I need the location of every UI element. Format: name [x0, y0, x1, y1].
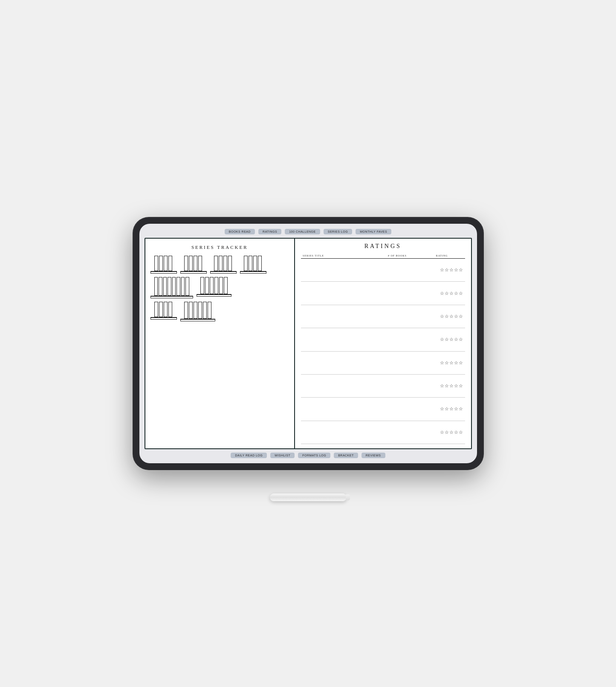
col-header-series: SERIES TITLE	[301, 253, 386, 259]
book	[189, 302, 193, 319]
table-row: ☆☆☆☆☆	[301, 328, 465, 351]
shelf-base	[240, 271, 266, 274]
book	[159, 302, 163, 317]
book	[168, 256, 172, 271]
book	[172, 277, 176, 296]
books-count-cell	[386, 351, 419, 374]
left-panel: SERIES TRACKER	[145, 239, 295, 448]
book	[194, 256, 197, 271]
book	[185, 277, 189, 296]
book	[198, 256, 202, 271]
scene: BOOKS READ RATINGS 100 CHALLENGE SERIES …	[125, 207, 492, 480]
books-count-cell	[386, 259, 419, 282]
book	[168, 302, 172, 317]
book	[208, 302, 211, 319]
bookshelf-1	[150, 256, 177, 274]
nav-btn-series-log[interactable]: SERIES LOG	[324, 229, 352, 234]
book	[214, 277, 218, 294]
book	[163, 277, 167, 296]
table-row: ☆☆☆☆☆	[301, 398, 465, 421]
nav-btn-reviews[interactable]: REVIEWS	[362, 453, 385, 458]
books-count-cell	[386, 398, 419, 421]
book	[159, 277, 162, 296]
book	[181, 277, 185, 296]
book	[219, 256, 223, 271]
stars-cell: ☆☆☆☆☆	[419, 305, 465, 328]
book	[200, 277, 204, 294]
books-1	[153, 256, 175, 271]
stars-cell: ☆☆☆☆☆	[419, 282, 465, 305]
nav-btn-formats-log[interactable]: FORMATS LOG	[298, 453, 330, 458]
ratings-table: SERIES TITLE # OF BOOKS RATING ☆☆☆☆☆	[301, 253, 465, 444]
stars-cell: ☆☆☆☆☆	[419, 398, 465, 421]
bottom-nav-bar: DAILY READ LOG WISHLIST FORMATS LOG BRAC…	[145, 452, 472, 459]
book	[258, 256, 262, 271]
table-row: ☆☆☆☆☆	[301, 421, 465, 444]
bookshelf-5	[150, 277, 193, 298]
books-2	[182, 256, 205, 271]
table-row: ☆☆☆☆☆	[301, 351, 465, 374]
shelf-base	[180, 319, 215, 321]
book	[184, 302, 188, 319]
books-3	[212, 256, 234, 271]
books-7	[153, 302, 175, 317]
book	[205, 277, 209, 294]
nav-btn-ratings[interactable]: RATINGS	[258, 229, 281, 234]
book	[203, 302, 207, 319]
shelf-container	[150, 256, 289, 321]
book	[176, 277, 180, 296]
bookshelf-6	[197, 277, 231, 298]
bookshelf-8	[180, 302, 215, 321]
shelf-base	[150, 296, 193, 298]
nav-btn-monthly-faves[interactable]: MONTHLY FAVES	[356, 229, 391, 234]
nav-btn-daily-read-log[interactable]: DAILY READ LOG	[231, 453, 267, 458]
series-title-cell	[301, 374, 386, 397]
series-title-cell	[301, 328, 386, 351]
nav-btn-bracket[interactable]: BRACKET	[334, 453, 358, 458]
shelf-row-1	[150, 256, 289, 274]
col-header-rating: RATING	[419, 253, 465, 259]
nav-btn-100-challenge[interactable]: 100 CHALLENGE	[285, 229, 320, 234]
book	[159, 256, 163, 271]
series-title-cell	[301, 398, 386, 421]
series-title-cell	[301, 305, 386, 328]
series-title-cell	[301, 282, 386, 305]
shelf-base	[180, 271, 207, 274]
nav-btn-books-read[interactable]: BOOKS READ	[225, 229, 255, 234]
tablet-outer: BOOKS READ RATINGS 100 CHALLENGE SERIES …	[133, 218, 483, 469]
series-title-cell	[301, 421, 386, 444]
book	[168, 277, 171, 296]
books-6	[199, 277, 229, 294]
book	[198, 302, 202, 319]
book	[154, 302, 158, 317]
books-count-cell	[386, 328, 419, 351]
stars-cell: ☆☆☆☆☆	[419, 374, 465, 397]
shelf-base	[197, 294, 231, 297]
bookshelf-3	[210, 256, 237, 274]
bookshelf-4	[240, 256, 266, 274]
book	[253, 256, 257, 271]
table-row: ☆☆☆☆☆	[301, 282, 465, 305]
stars-cell: ☆☆☆☆☆	[419, 351, 465, 374]
book	[219, 277, 223, 294]
top-nav-bar: BOOKS READ RATINGS 100 CHALLENGE SERIES …	[145, 228, 472, 235]
table-row: ☆☆☆☆☆	[301, 259, 465, 282]
book	[210, 277, 214, 294]
book	[164, 256, 168, 271]
book	[228, 256, 232, 271]
books-4	[242, 256, 264, 271]
books-8	[182, 302, 213, 319]
shelf-row-2	[150, 277, 289, 298]
nav-btn-wishlist[interactable]: WISHLIST	[270, 453, 295, 458]
stylus	[270, 494, 347, 501]
right-panel: RATINGS SERIES TITLE # OF BOOKS RATING	[295, 239, 471, 448]
book	[184, 256, 188, 271]
book	[249, 256, 252, 271]
book	[223, 256, 227, 271]
stars-cell: ☆☆☆☆☆	[419, 259, 465, 282]
book	[154, 277, 158, 296]
books-count-cell	[386, 374, 419, 397]
books-count-cell	[386, 305, 419, 328]
main-content: SERIES TRACKER	[145, 238, 472, 449]
table-row: ☆☆☆☆☆	[301, 305, 465, 328]
